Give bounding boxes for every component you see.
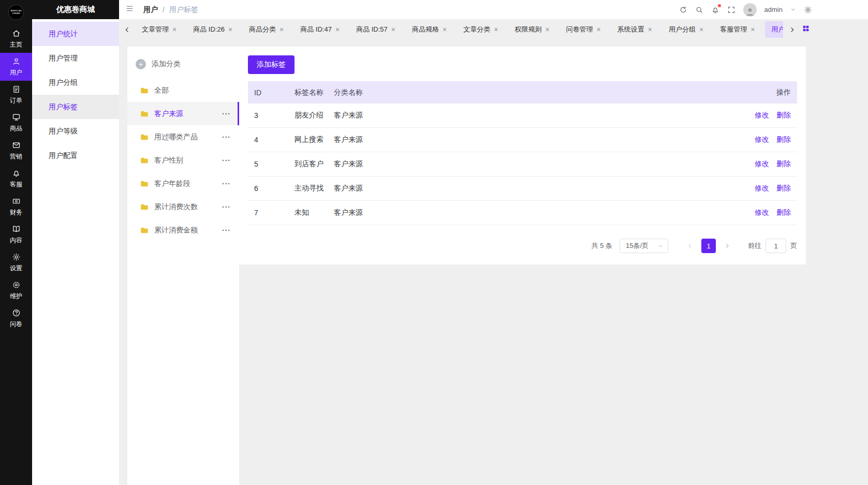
sidebar-item[interactable]: 用户分组 [32, 70, 119, 95]
more-options-icon[interactable]: ··· [218, 110, 231, 118]
tree-item-all[interactable]: 全部 [127, 79, 239, 102]
breadcrumb-section[interactable]: 用户 [143, 5, 158, 14]
edit-link[interactable]: 修改 [755, 184, 769, 193]
tree-item-label: 累计消费金额 [154, 226, 218, 235]
tab-close-icon[interactable]: × [335, 26, 340, 33]
tab-close-icon[interactable]: × [648, 26, 652, 33]
more-options-icon[interactable]: ··· [218, 133, 231, 141]
tab[interactable]: 系统设置 × [611, 21, 658, 38]
more-options-icon[interactable]: ··· [218, 180, 231, 188]
goods-icon [12, 113, 21, 122]
chevron-down-icon[interactable] [790, 7, 796, 12]
page-size-select[interactable]: 15条/页 [620, 239, 668, 253]
sidebar-item[interactable]: 用户配置 [32, 143, 119, 168]
tab-close-icon[interactable]: × [172, 26, 176, 33]
tab[interactable]: 用户分组 × [663, 21, 710, 38]
tab[interactable]: 用户标签 × [765, 21, 783, 38]
tab[interactable]: 商品 ID:47 × [294, 21, 346, 38]
tab-close-icon[interactable]: × [494, 26, 498, 33]
sidebar-item[interactable]: 用户等级 [32, 119, 119, 143]
rail-item[interactable]: 用户 [0, 53, 32, 81]
chevron-down-icon [658, 243, 664, 249]
next-page-button[interactable] [720, 239, 734, 253]
cell-tag-name: 未知 [295, 208, 334, 217]
gear-icon[interactable] [804, 6, 812, 14]
delete-link[interactable]: 删除 [776, 184, 791, 193]
tree-category-item[interactable]: 累计消费次数 ··· [127, 195, 239, 218]
total-count: 共 5 条 [592, 241, 612, 251]
tab[interactable]: 商品规格 × [406, 21, 453, 38]
tabs-scroll-left-icon[interactable] [121, 26, 133, 33]
tab[interactable]: 商品 ID:57 × [350, 21, 402, 38]
add-tag-button[interactable]: 添加标签 [248, 55, 295, 74]
tab-close-icon[interactable]: × [597, 26, 601, 33]
breadcrumb-separator: / [163, 6, 165, 14]
tab[interactable]: 文章管理 × [136, 21, 183, 38]
tab[interactable]: 客服管理 × [714, 21, 761, 38]
tab-label: 系统设置 [617, 25, 644, 34]
finance-icon [12, 197, 21, 205]
page-number-button[interactable]: 1 [701, 239, 716, 253]
more-options-icon[interactable]: ··· [218, 226, 231, 234]
fullscreen-icon[interactable] [727, 6, 735, 14]
refresh-icon[interactable] [679, 6, 687, 14]
tab-close-icon[interactable]: × [545, 26, 549, 33]
rail-item-label: 主页 [10, 40, 22, 49]
edit-link[interactable]: 修改 [755, 135, 769, 144]
sidebar-item[interactable]: 用户管理 [32, 46, 119, 70]
tabs-scroll-right-icon[interactable] [786, 26, 798, 33]
tab-close-icon[interactable]: × [279, 26, 284, 33]
more-options-icon[interactable]: ··· [218, 203, 231, 211]
tab[interactable]: 权限规则 × [508, 21, 555, 38]
tree-category-item[interactable]: 客户性别 ··· [127, 149, 239, 172]
tab-close-icon[interactable]: × [751, 26, 755, 33]
rail-item[interactable]: 问卷 [0, 304, 32, 332]
delete-link[interactable]: 删除 [776, 135, 791, 144]
edit-link[interactable]: 修改 [755, 208, 769, 217]
tab[interactable]: 商品分类 × [243, 21, 290, 38]
sidebar-item[interactable]: 用户统计 [32, 22, 119, 46]
goto-page-input[interactable] [766, 239, 786, 253]
username[interactable]: admin [764, 6, 783, 13]
sidebar-item[interactable]: 用户标签 [32, 95, 119, 119]
rail-item[interactable]: 订单 [0, 81, 32, 109]
rail-item[interactable]: 营销 [0, 137, 32, 165]
folder-icon [140, 156, 149, 165]
delete-link[interactable]: 删除 [776, 208, 791, 217]
rail-item[interactable]: 商品 [0, 109, 32, 137]
rail-item[interactable]: 设置 [0, 248, 32, 276]
edit-link[interactable]: 修改 [755, 159, 769, 169]
breadcrumb-page: 用户标签 [169, 5, 198, 14]
tab-label: 权限规则 [514, 25, 541, 34]
tab-close-icon[interactable]: × [228, 26, 232, 33]
tab[interactable]: 商品 ID:26 × [187, 21, 239, 38]
tabs-grid-icon[interactable] [802, 24, 810, 35]
avatar[interactable] [743, 3, 757, 17]
tab-close-icon[interactable]: × [699, 26, 703, 33]
prev-page-button[interactable] [683, 239, 697, 253]
tree-category-item[interactable]: 累计消费金额 ··· [127, 218, 239, 242]
delete-link[interactable]: 删除 [776, 111, 791, 120]
more-options-icon[interactable]: ··· [218, 156, 231, 165]
delete-link[interactable]: 删除 [776, 159, 791, 169]
tab[interactable]: 文章分类 × [457, 21, 504, 38]
rail-item[interactable]: 客服 [0, 165, 32, 193]
edit-link[interactable]: 修改 [755, 111, 769, 120]
tab-close-icon[interactable]: × [443, 26, 447, 33]
tree-category-item[interactable]: 客户年龄段 ··· [127, 172, 239, 195]
tab-bar: 文章管理 × 商品 ID:26 × 商品分类 × 商品 ID:47 × 商品 I… [119, 19, 868, 40]
rail-item[interactable]: 内容 [0, 221, 32, 248]
search-icon[interactable] [695, 6, 703, 14]
add-category-button[interactable]: + 添加分类 [127, 54, 239, 75]
tree-category-item[interactable]: 用过哪类产品 ··· [127, 125, 239, 149]
rail-item[interactable]: 主页 [0, 25, 32, 53]
cell-tag-name: 主动寻找 [295, 184, 334, 193]
notifications-bell-icon[interactable] [711, 6, 719, 14]
app-logo[interactable]: AMERICAN DREAM [0, 0, 32, 25]
collapse-menu-icon[interactable] [125, 4, 134, 15]
tab-close-icon[interactable]: × [391, 26, 395, 33]
tab[interactable]: 问卷管理 × [560, 21, 607, 38]
rail-item[interactable]: 维护 [0, 276, 32, 304]
rail-item[interactable]: 财务 [0, 193, 32, 221]
tree-category-item[interactable]: 客户来源 ··· [127, 102, 239, 125]
